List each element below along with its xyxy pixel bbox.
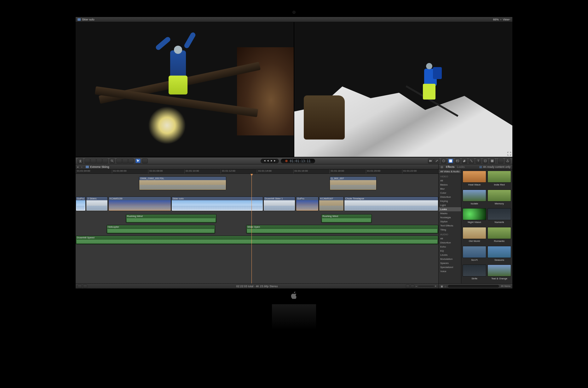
- effect-item[interactable]: Seasons: [487, 246, 511, 264]
- zoom-in-icon[interactable]: +: [435, 285, 436, 288]
- insert-tool[interactable]: [90, 158, 96, 163]
- connect-tool[interactable]: [84, 158, 90, 163]
- clip-video[interactable]: Skier solo: [171, 197, 263, 211]
- zoom-slider[interactable]: [418, 286, 434, 287]
- share-button[interactable]: [505, 158, 510, 163]
- clip-video[interactable]: Q_002_037: [330, 176, 377, 190]
- category-item[interactable]: Modulation: [439, 257, 461, 261]
- index-button[interactable]: [78, 284, 82, 288]
- zoom-out-icon[interactable]: −: [415, 285, 417, 288]
- category-item[interactable]: Echo: [439, 245, 461, 249]
- category-item[interactable]: Levels: [439, 253, 461, 257]
- clip-video[interactable]: KCAM5159: [108, 197, 171, 211]
- clip-appearance[interactable]: [142, 158, 148, 163]
- category-item[interactable]: All: [439, 179, 461, 183]
- category-item[interactable]: Basics: [439, 183, 461, 187]
- clip-video[interactable]: GoPro: [76, 197, 86, 211]
- effects-filter-label[interactable]: ▤ 4K-ready content only: [479, 165, 510, 168]
- play-forward-button[interactable]: [270, 159, 273, 163]
- effect-item[interactable]: Indie Red: [487, 171, 511, 188]
- timecode-display[interactable]: 01:01:13:11: [280, 158, 315, 164]
- category-item[interactable]: Voice: [439, 269, 461, 273]
- next-edit-button[interactable]: [274, 159, 276, 163]
- effect-item[interactable]: Sci-Fi: [463, 246, 486, 264]
- effect-item[interactable]: Memory: [487, 190, 511, 207]
- generators-button[interactable]: [482, 158, 488, 163]
- playhead[interactable]: [251, 174, 252, 283]
- effect-item[interactable]: Isolate: [463, 190, 486, 207]
- category-item[interactable]: Tiling: [439, 228, 461, 232]
- effect-item[interactable]: Heat Wave: [463, 171, 486, 188]
- category-item[interactable]: Stylize: [439, 220, 461, 224]
- inspector-button[interactable]: [498, 158, 504, 163]
- clip-video[interactable]: GoPro: [296, 197, 319, 211]
- position-tool[interactable]: [122, 158, 128, 163]
- snapping-button[interactable]: [406, 284, 410, 288]
- category-item[interactable]: Color: [439, 191, 461, 195]
- fullscreen-icon[interactable]: [507, 152, 511, 156]
- transitions-button[interactable]: [469, 158, 474, 163]
- effect-item[interactable]: Old World: [463, 227, 486, 245]
- category-item[interactable]: Looks: [439, 207, 461, 211]
- clip-video[interactable]: D006_C002_0317GL: [139, 176, 226, 190]
- category-item[interactable]: Masks: [439, 211, 461, 215]
- color-button[interactable]: [441, 158, 447, 163]
- select-tool[interactable]: [135, 158, 141, 163]
- category-item[interactable]: Text Effects: [439, 224, 461, 228]
- search-tool[interactable]: [109, 158, 115, 163]
- music-browser-button[interactable]: [462, 158, 467, 163]
- view-menu[interactable]: View: [503, 18, 509, 21]
- category-item[interactable]: Distortion: [439, 195, 461, 199]
- viewer-right-pane[interactable]: [294, 22, 512, 157]
- effect-item[interactable]: Night Vision: [463, 208, 486, 226]
- clip-audio[interactable]: Wide Open: [246, 225, 438, 234]
- effect-item[interactable]: Numerik: [487, 208, 511, 226]
- effects-tab[interactable]: Effects: [446, 165, 454, 168]
- effect-item[interactable]: Romantic: [487, 227, 511, 245]
- zoom-percentage[interactable]: 66%: [493, 18, 499, 21]
- category-item[interactable]: All Video & Audio: [439, 169, 461, 174]
- category-item[interactable]: Blur: [439, 187, 461, 191]
- retime-button[interactable]: [428, 158, 434, 163]
- timeline-back-button[interactable]: ◂: [77, 165, 80, 168]
- category-item[interactable]: EQ: [439, 249, 461, 253]
- clip-video[interactable]: Downhill Skier 1: [263, 197, 295, 211]
- category-item[interactable]: Nostalgia: [439, 215, 461, 220]
- stack-icon[interactable]: ▣: [441, 285, 443, 288]
- looks-tab[interactable]: Looks: [457, 165, 464, 168]
- clip-video[interactable]: 2 Skiers: [86, 197, 108, 211]
- enhance-button[interactable]: [434, 158, 440, 163]
- category-item[interactable]: Keying: [439, 199, 461, 203]
- timeline-forward-button[interactable]: ▸: [81, 165, 84, 168]
- overwrite-tool[interactable]: [102, 158, 108, 163]
- clip-audio[interactable]: Rushing Wind: [126, 214, 216, 223]
- effect-item[interactable]: Strife: [463, 265, 486, 282]
- effect-item[interactable]: Teal & Orange: [487, 265, 511, 282]
- timeline-ruler[interactable]: 01:01:04:0001:01:06:0001:01:08:0001:01:1…: [76, 169, 438, 174]
- clip-audio[interactable]: Downhill Speed: [76, 236, 438, 244]
- viewer-left-pane[interactable]: [76, 22, 294, 157]
- trim-tool[interactable]: [116, 158, 122, 163]
- category-item[interactable]: Light: [439, 203, 461, 207]
- category-item[interactable]: Spaces: [439, 261, 461, 265]
- timeline-canvas[interactable]: D006_C002_0317GLQ_002_037GoPro2 SkiersKC…: [76, 174, 438, 283]
- category-item[interactable]: Specialized: [439, 265, 461, 269]
- titles-button[interactable]: [476, 158, 481, 163]
- prev-edit-button[interactable]: [263, 159, 266, 163]
- append-tool[interactable]: [96, 158, 102, 163]
- themes-button[interactable]: [489, 158, 495, 163]
- effects-browser-button[interactable]: [448, 158, 453, 163]
- skimming-button[interactable]: [83, 284, 87, 288]
- category-item[interactable]: All: [439, 237, 461, 241]
- import-button[interactable]: [78, 158, 83, 163]
- clip-audio[interactable]: Helicopter: [107, 225, 215, 234]
- clip-video[interactable]: KCAM5167: [319, 197, 343, 211]
- range-tool[interactable]: [128, 158, 134, 163]
- clip-video[interactable]: Chute Timelapse: [344, 197, 438, 211]
- effects-search-input[interactable]: [447, 284, 499, 288]
- photos-browser-button[interactable]: [455, 158, 460, 163]
- play-backward-button[interactable]: [267, 159, 269, 163]
- clip-audio[interactable]: Rushing Wind: [321, 214, 372, 223]
- category-item[interactable]: Distortion: [439, 241, 461, 245]
- audio-skim-button[interactable]: [411, 284, 414, 288]
